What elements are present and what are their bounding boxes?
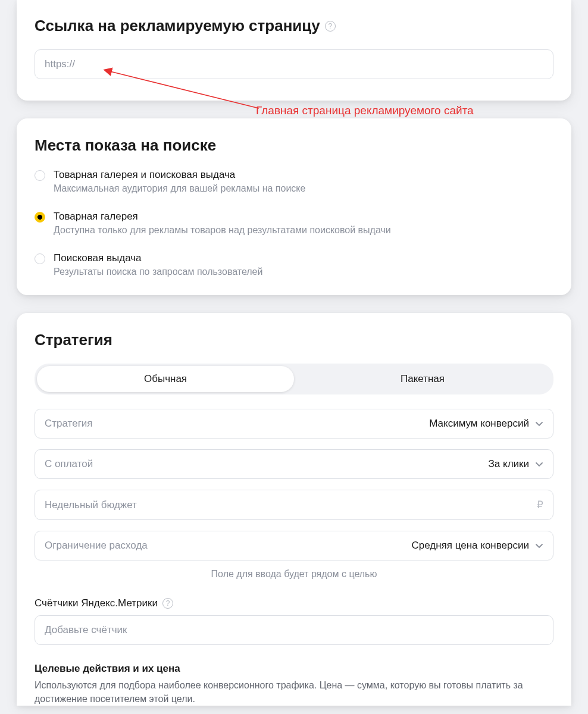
radio-option-gallery-search[interactable]: Товарная галерея и поисковая выдача Макс… [35,169,553,194]
url-input[interactable] [35,49,553,79]
places-title: Места показа на поиске [35,136,553,155]
strategy-title: Стратегия [35,331,553,349]
radio-circle [35,212,45,223]
strategy-select[interactable]: Стратегия Максимум конверсий [35,409,553,439]
radio-title: Товарная галерея и поисковая выдача [54,169,305,181]
limit-select[interactable]: Ограничение расхода Средняя цена конверс… [35,531,553,560]
radio-circle [35,170,45,181]
metrics-label: Счётчики Яндекс.Метрики ? [35,597,553,609]
counter-placeholder: Добавьте счётчик [45,624,127,635]
strategy-tab-switch: Обычная Пакетная [35,364,553,394]
chevron-down-icon [535,419,543,428]
link-title-text: Ссылка на рекламируемую страницу [35,17,320,35]
budget-input[interactable]: Недельный бюджет ₽ [35,490,553,520]
select-value: За клики [489,458,529,470]
link-section-title: Ссылка на рекламируемую страницу ? [35,17,553,35]
select-label: Стратегия [45,418,93,430]
radio-desc: Результаты поиска по запросам пользовате… [54,267,262,277]
select-label: Ограничение расхода [45,540,148,552]
counter-input[interactable]: Добавьте счётчик [35,615,553,645]
radio-circle [35,253,45,264]
chevron-down-icon [535,541,543,550]
strategy-card: Стратегия Обычная Пакетная Стратегия Мак… [17,313,571,706]
select-label: Недельный бюджет [45,499,137,511]
annotation-text: Главная страница рекламируемого сайта [256,104,474,117]
places-card: Места показа на поиске Товарная галерея … [17,118,571,295]
goals-desc: Используются для подбора наиболее конвер… [35,678,553,706]
radio-desc: Доступна только для рекламы товаров над … [54,225,391,236]
radio-title: Товарная галерея [54,211,391,223]
chevron-down-icon [535,460,543,468]
select-value: Средняя цена конверсии [411,540,529,552]
radio-desc: Максимальная аудитория для вашей рекламы… [54,183,305,194]
radio-option-gallery[interactable]: Товарная галерея Доступна только для рек… [35,211,553,236]
radio-option-search[interactable]: Поисковая выдача Результаты поиска по за… [35,252,553,277]
link-card: Ссылка на рекламируемую страницу ? [17,0,571,101]
tab-regular[interactable]: Обычная [37,366,294,392]
help-icon[interactable]: ? [325,21,336,32]
goals-title: Целевые действия и их цена [35,663,553,675]
select-value: Максимум конверсий [429,418,529,430]
radio-title: Поисковая выдача [54,252,262,264]
payment-select[interactable]: С оплатой За клики [35,449,553,479]
limit-hint: Поле для ввода будет рядом с целью [35,569,553,580]
select-label: С оплатой [45,458,93,470]
help-icon[interactable]: ? [162,598,173,609]
tab-batch[interactable]: Пакетная [294,366,551,392]
currency-symbol: ₽ [537,499,543,511]
metrics-label-text: Счётчики Яндекс.Метрики [35,597,158,609]
